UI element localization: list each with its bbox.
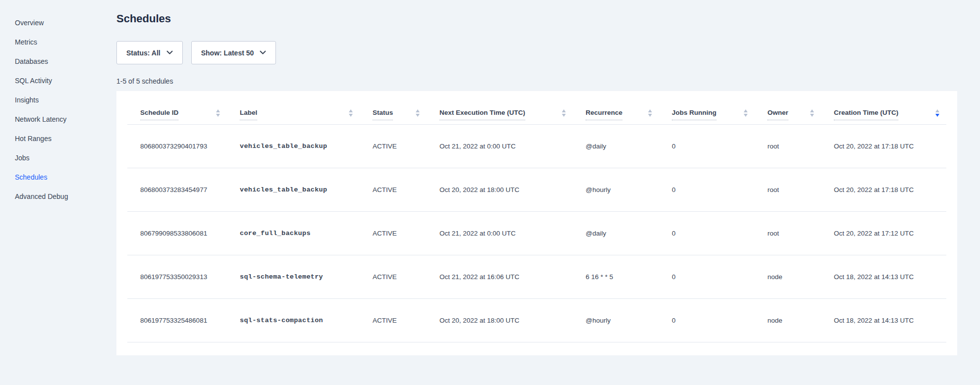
sidebar-item-schedules[interactable]: Schedules <box>0 168 116 187</box>
column-label: Owner <box>767 108 788 120</box>
status-filter-label: Status: All <box>126 49 161 57</box>
column-header-recurrence[interactable]: Recurrence <box>573 91 659 124</box>
cell-schedule-id: 806800373283454977 <box>127 168 227 211</box>
column-label: Jobs Running <box>672 108 716 120</box>
schedules-table: Schedule ID Label Status Next Execution … <box>127 91 946 342</box>
sort-icon[interactable] <box>416 109 420 119</box>
cell-creation-time: Oct 20, 2022 at 17:18 UTC <box>821 124 946 168</box>
cell-creation-time: Oct 18, 2022 at 14:13 UTC <box>821 255 946 298</box>
show-filter-dropdown[interactable]: Show: Latest 50 <box>191 41 276 64</box>
column-header-status[interactable]: Status <box>360 91 427 124</box>
table-row[interactable]: 806800373283454977 vehicles_table_backup… <box>127 168 946 211</box>
column-header-creation-time[interactable]: Creation Time (UTC) <box>821 91 946 124</box>
cell-jobs-running: 0 <box>659 124 755 168</box>
table-header-row: Schedule ID Label Status Next Execution … <box>127 91 946 124</box>
sidebar-item-overview[interactable]: Overview <box>0 13 116 33</box>
sidebar: Overview Metrics Databases SQL Activity … <box>0 0 116 385</box>
cell-jobs-running: 0 <box>659 255 755 298</box>
column-label: Label <box>240 108 257 120</box>
table-row[interactable]: 806197753325486081 sql-stats-compaction … <box>127 298 946 342</box>
sort-icon[interactable] <box>349 109 353 119</box>
results-count: 1-5 of 5 schedules <box>116 77 957 86</box>
cell-status: ACTIVE <box>360 124 427 168</box>
column-label: Schedule ID <box>140 108 178 120</box>
cell-next-execution: Oct 21, 2022 at 16:06 UTC <box>427 255 573 298</box>
cell-recurrence: @daily <box>573 211 659 255</box>
page-title: Schedules <box>116 12 957 26</box>
table-row[interactable]: 806197753350029313 sql-schema-telemetry … <box>127 255 946 298</box>
column-label: Recurrence <box>586 108 622 120</box>
chevron-down-icon <box>166 50 173 55</box>
column-header-owner[interactable]: Owner <box>755 91 821 124</box>
sidebar-item-metrics[interactable]: Metrics <box>0 33 116 52</box>
sort-icon[interactable] <box>744 109 748 119</box>
cell-label: core_full_backups <box>227 211 360 255</box>
cell-schedule-id: 806197753350029313 <box>127 255 227 298</box>
sort-icon[interactable] <box>648 109 652 119</box>
cell-next-execution: Oct 21, 2022 at 0:00 UTC <box>427 124 573 168</box>
chevron-down-icon <box>260 50 266 55</box>
cell-next-execution: Oct 20, 2022 at 18:00 UTC <box>427 298 573 342</box>
cell-owner: node <box>755 255 821 298</box>
column-header-next-execution-time[interactable]: Next Execution Time (UTC) <box>427 91 573 124</box>
table-row[interactable]: 806799098533806081 core_full_backups ACT… <box>127 211 946 255</box>
cell-status: ACTIVE <box>360 168 427 211</box>
column-label: Next Execution Time (UTC) <box>439 108 525 120</box>
cell-jobs-running: 0 <box>659 168 755 211</box>
app-root: Overview Metrics Databases SQL Activity … <box>0 0 980 385</box>
schedules-table-card: Schedule ID Label Status Next Execution … <box>116 91 957 355</box>
column-header-schedule-id[interactable]: Schedule ID <box>127 91 227 124</box>
sort-icon[interactable] <box>810 109 814 119</box>
sidebar-item-network-latency[interactable]: Network Latency <box>0 110 116 129</box>
main-content: Schedules Status: All Show: Latest 50 1-… <box>116 0 980 385</box>
cell-status: ACTIVE <box>360 298 427 342</box>
show-filter-label: Show: Latest 50 <box>201 49 254 57</box>
cell-recurrence: @daily <box>573 124 659 168</box>
status-filter-dropdown[interactable]: Status: All <box>116 41 183 64</box>
cell-owner: root <box>755 168 821 211</box>
cell-schedule-id: 806800373290401793 <box>127 124 227 168</box>
cell-status: ACTIVE <box>360 255 427 298</box>
column-header-jobs-running[interactable]: Jobs Running <box>659 91 755 124</box>
cell-next-execution: Oct 20, 2022 at 18:00 UTC <box>427 168 573 211</box>
cell-jobs-running: 0 <box>659 211 755 255</box>
column-header-label[interactable]: Label <box>227 91 360 124</box>
sort-icon[interactable] <box>562 109 566 119</box>
cell-owner: node <box>755 298 821 342</box>
cell-label: sql-schema-telemetry <box>227 255 360 298</box>
cell-schedule-id: 806799098533806081 <box>127 211 227 255</box>
cell-recurrence: @hourly <box>573 298 659 342</box>
cell-recurrence: @hourly <box>573 168 659 211</box>
cell-jobs-running: 0 <box>659 298 755 342</box>
cell-next-execution: Oct 21, 2022 at 0:00 UTC <box>427 211 573 255</box>
cell-creation-time: Oct 20, 2022 at 17:12 UTC <box>821 211 946 255</box>
cell-owner: root <box>755 211 821 255</box>
sidebar-item-databases[interactable]: Databases <box>0 52 116 71</box>
cell-status: ACTIVE <box>360 211 427 255</box>
cell-label: sql-stats-compaction <box>227 298 360 342</box>
column-label: Creation Time (UTC) <box>834 108 898 120</box>
cell-label: vehicles_table_backup <box>227 124 360 168</box>
column-label: Status <box>373 108 393 120</box>
sidebar-item-advanced-debug[interactable]: Advanced Debug <box>0 187 116 206</box>
cell-creation-time: Oct 18, 2022 at 14:13 UTC <box>821 298 946 342</box>
sidebar-item-jobs[interactable]: Jobs <box>0 148 116 168</box>
cell-schedule-id: 806197753325486081 <box>127 298 227 342</box>
cell-recurrence: 6 16 * * 5 <box>573 255 659 298</box>
table-row[interactable]: 806800373290401793 vehicles_table_backup… <box>127 124 946 168</box>
sidebar-item-sql-activity[interactable]: SQL Activity <box>0 71 116 91</box>
cell-owner: root <box>755 124 821 168</box>
sort-icon[interactable] <box>216 109 220 119</box>
cell-label: vehicles_table_backup <box>227 168 360 211</box>
sidebar-item-insights[interactable]: Insights <box>0 91 116 110</box>
cell-creation-time: Oct 20, 2022 at 17:18 UTC <box>821 168 946 211</box>
sort-icon[interactable] <box>935 109 939 119</box>
sidebar-item-hot-ranges[interactable]: Hot Ranges <box>0 129 116 148</box>
filter-bar: Status: All Show: Latest 50 <box>116 41 957 64</box>
